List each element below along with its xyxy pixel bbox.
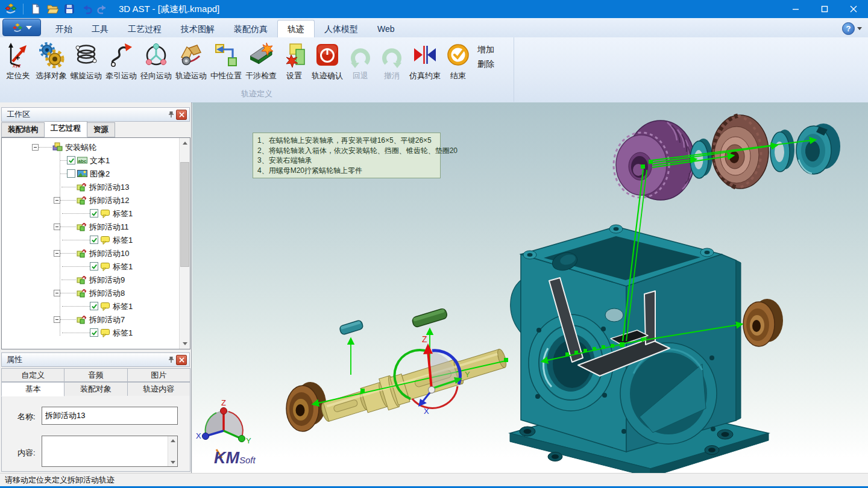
tree-expander-icon[interactable] (54, 290, 60, 296)
open-folder-icon[interactable] (45, 2, 60, 16)
tree-item[interactable]: 拆卸活动13 (2, 180, 180, 193)
close-button[interactable] (839, 0, 868, 18)
undo-icon[interactable] (79, 2, 93, 16)
ribbon-button-label: 干涉检查 (245, 70, 277, 81)
chevron-down-icon[interactable] (857, 27, 862, 30)
redo-icon[interactable] (96, 2, 110, 16)
ribbon-button-track-confirm[interactable]: 轨迹确认 (310, 40, 345, 83)
tree-item[interactable]: 拆卸活动7 (2, 313, 180, 326)
tree-checkbox-checked[interactable] (67, 156, 75, 164)
tree-expander-icon[interactable] (54, 316, 60, 323)
maximize-button[interactable] (810, 0, 839, 18)
help-icon[interactable]: ? (842, 22, 855, 35)
menu-tab-3[interactable]: 工艺过程 (118, 20, 171, 37)
ribbon-button-undo-green: 撤消 (376, 40, 407, 83)
pin-icon[interactable] (166, 355, 176, 364)
workspace-tab-3[interactable]: 资源 (87, 122, 115, 137)
menu-tab-2[interactable]: 工具 (82, 20, 118, 37)
menu-tab-1[interactable]: 开始 (46, 20, 82, 37)
ribbon-button-radial-motion[interactable]: 径向运动 (139, 40, 174, 83)
add-button[interactable]: 增加 (477, 45, 494, 55)
ribbon-button-neutral-position[interactable]: 中性位置 (209, 40, 244, 83)
slotted-nut[interactable] (796, 124, 840, 174)
tree-item[interactable]: 拆卸活动12 (2, 193, 180, 207)
gearbox-housing[interactable] (510, 225, 769, 473)
key-large[interactable] (412, 308, 448, 328)
application-menu-button[interactable] (2, 19, 41, 36)
minimize-button[interactable] (781, 0, 810, 18)
tree-expander-icon[interactable] (32, 144, 39, 151)
tree-checkbox-unchecked[interactable] (67, 169, 75, 178)
viewport-3d[interactable]: Z Y X Z X (192, 102, 868, 473)
orientation-triad[interactable]: Z X Y (196, 398, 251, 445)
menu-tab-8[interactable]: Web (368, 20, 404, 37)
ribbon-button-finish[interactable]: 结束 (442, 40, 474, 83)
ribbon-button-track-motion[interactable]: 轨迹运动 (174, 40, 209, 83)
workspace-tab-2[interactable]: 工艺过程 (45, 121, 87, 137)
menu-tab-4[interactable]: 技术图解 (171, 20, 224, 37)
close-icon[interactable] (176, 355, 187, 365)
menu-tab-6[interactable]: 轨迹 (277, 20, 315, 37)
close-icon[interactable] (176, 110, 187, 120)
new-file-icon[interactable] (28, 2, 43, 16)
tree-checkbox-checked[interactable] (90, 302, 98, 310)
ribbon-button-interference-check[interactable]: 干涉检查 (244, 40, 278, 83)
tree-item[interactable]: abc文本1 (2, 154, 180, 167)
tree-item[interactable]: 拆卸活动9 (2, 273, 180, 286)
scroll-up-icon[interactable] (180, 138, 190, 148)
worm-shaft[interactable] (318, 342, 509, 428)
tree-item[interactable]: 图像2 (2, 167, 180, 180)
annotation-box[interactable]: 1、在蜗轮轴上安装轴承，再安装平键16×5、平键26×5 2、将蜗轮轴装入箱体，… (253, 133, 441, 178)
bearing-left[interactable] (286, 382, 326, 431)
workspace-tab-1[interactable]: 装配结构 (1, 122, 45, 137)
tree-item[interactable]: 安装蜗轮 (2, 140, 180, 154)
ribbon-button-settings[interactable]: 设置 (278, 40, 310, 83)
scroll-up-icon[interactable] (168, 436, 177, 445)
tree-item[interactable]: 拆卸活动10 (2, 246, 180, 260)
content-textarea[interactable] (42, 436, 178, 467)
delete-button[interactable]: 删除 (477, 59, 494, 70)
properties-tab-2[interactable]: 装配对象 (64, 382, 127, 396)
tree-item[interactable]: 拆卸活动11 (2, 220, 180, 233)
properties-tab-1[interactable]: 基本 (1, 382, 64, 396)
pin-icon[interactable] (166, 110, 176, 119)
tree-checkbox-checked[interactable] (90, 236, 98, 244)
tree-expander-icon[interactable] (54, 250, 60, 257)
ribbon-button-sim-constraint[interactable]: 仿真约束 (407, 40, 442, 83)
gear-washer[interactable] (690, 139, 712, 178)
content-scrollbar[interactable] (168, 436, 177, 466)
name-input[interactable] (42, 407, 178, 425)
application-window: 3D AST - [减速机.kmapd] 开始工具工艺过程技术图解装配仿真轨迹人… (0, 0, 868, 488)
save-icon[interactable] (62, 2, 77, 16)
tree-checkbox-checked[interactable] (90, 209, 98, 217)
workspace-tabs: 装配结构工艺过程资源 (1, 122, 115, 137)
tree-item[interactable]: 标签1 (2, 260, 180, 273)
tree-item[interactable]: 标签1 (2, 207, 180, 220)
ribbon-button-spiral-motion[interactable]: 螺旋运动 (69, 40, 104, 83)
tree-item[interactable]: 标签1 (2, 299, 180, 313)
menu-tab-5[interactable]: 装配仿真 (224, 20, 277, 37)
bearing-right[interactable] (743, 299, 783, 346)
ribbon-button-traction-motion[interactable]: 牵引运动 (104, 40, 139, 83)
scroll-down-icon[interactable] (168, 458, 177, 466)
tree-checkbox-checked[interactable] (90, 262, 98, 271)
tree-item[interactable]: 拆卸活动8 (2, 286, 180, 299)
tree-item[interactable]: 标签1 (2, 326, 180, 339)
tree-checkbox-checked[interactable] (90, 328, 98, 337)
tree-expander-icon[interactable] (54, 197, 60, 204)
properties-tab-1[interactable]: 自定义 (1, 368, 64, 382)
tree-item[interactable]: 标签1 (2, 233, 180, 246)
ribbon-button-select-object[interactable]: 选择对象 (34, 40, 69, 83)
tree-expander-icon[interactable] (54, 224, 60, 230)
retaining-ring[interactable] (770, 130, 794, 172)
ribbon-button-locator-clamp[interactable]: xyz定位夹 (2, 40, 34, 83)
key-small[interactable] (339, 320, 363, 335)
ribbon-buttons: xyz定位夹选择对象螺旋运动牵引运动径向运动轨迹运动中性位置干涉检查设置轨迹确认… (0, 37, 514, 83)
menu-tab-7[interactable]: 人体模型 (315, 20, 368, 37)
properties-tab-3[interactable]: 图片 (128, 368, 190, 382)
scroll-down-icon[interactable] (180, 339, 190, 349)
tree-scrollbar[interactable] (179, 138, 190, 349)
scroll-thumb[interactable] (180, 162, 189, 267)
properties-tab-2[interactable]: 音频 (64, 368, 127, 382)
properties-tab-3[interactable]: 轨迹内容 (128, 382, 190, 396)
